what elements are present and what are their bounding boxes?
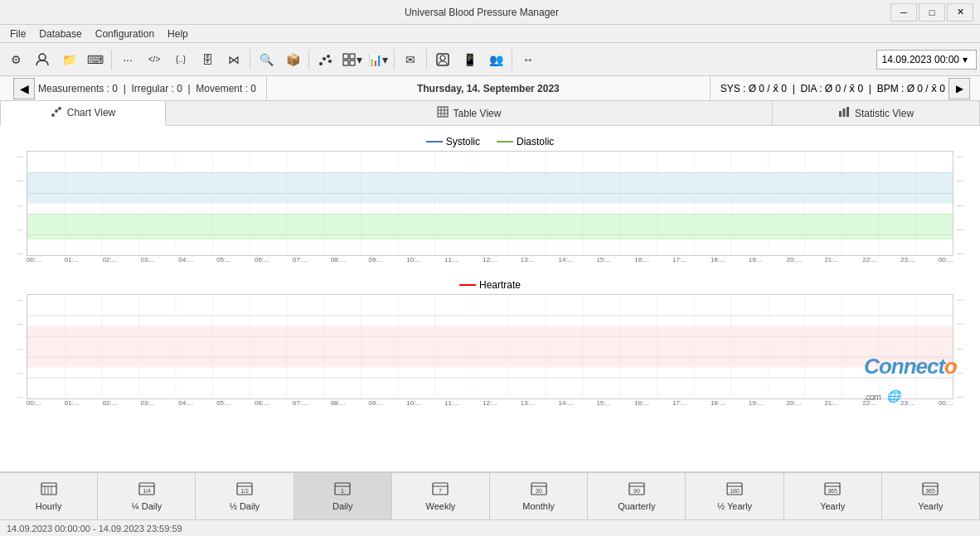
search-button[interactable]: 🔍: [254, 47, 279, 72]
yearly-1-label: Yearly: [820, 501, 845, 511]
close-button[interactable]: ✕: [947, 3, 973, 22]
tab-statistic[interactable]: Statistic View: [773, 101, 980, 125]
svg-point-4: [328, 60, 332, 63]
window-controls: ─ □ ✕: [890, 3, 973, 22]
chart-tab-label: Chart View: [67, 107, 115, 118]
maximize-button[interactable]: □: [919, 3, 945, 22]
menu-database[interactable]: Database: [32, 27, 88, 41]
hr-chart-section: Heartrate ...............: [0, 271, 980, 414]
time-btn-monthly[interactable]: 30 Monthly: [490, 473, 588, 519]
prev-day-button[interactable]: ◀: [13, 78, 35, 99]
time-btn-half-yearly[interactable]: 180 ½ Yearly: [686, 473, 784, 519]
separator-1: [111, 50, 112, 70]
monthly-label: Monthly: [522, 501, 555, 511]
person-button[interactable]: [430, 47, 455, 72]
user-button[interactable]: [30, 47, 55, 72]
svg-rect-21: [847, 107, 849, 117]
daily-label: Daily: [332, 501, 352, 511]
svg-rect-6: [350, 54, 355, 59]
mail-button[interactable]: ✉: [398, 47, 423, 72]
package-button[interactable]: 📦: [280, 47, 305, 72]
export-button[interactable]: ▶: [948, 78, 970, 99]
svg-rect-33: [41, 483, 56, 495]
separator-6: [512, 50, 512, 70]
measurements-label: Measurements : 0 | Irregular : 0 | Movem…: [38, 83, 256, 94]
minimize-button[interactable]: ─: [890, 3, 917, 22]
table-tab-icon: [437, 106, 449, 120]
svg-point-3: [327, 55, 330, 58]
json-button[interactable]: {..}: [168, 47, 193, 72]
chart-tab-icon: [51, 106, 62, 120]
time-btn-half-daily[interactable]: 1/2 ½ Daily: [196, 473, 294, 519]
tab-chart[interactable]: Chart View: [0, 101, 166, 126]
menu-bar: File Database Configuration Help: [0, 25, 980, 43]
scatter-button[interactable]: [313, 47, 337, 72]
bp-y-labels-right: ...............: [955, 151, 973, 256]
svg-rect-7: [343, 60, 348, 65]
separator-4: [394, 50, 395, 70]
menu-configuration[interactable]: Configuration: [89, 27, 161, 41]
grid-dropdown-button[interactable]: ▾: [339, 47, 364, 72]
time-btn-yearly-2[interactable]: 365 Yearly: [882, 473, 980, 519]
mobile-button[interactable]: 📱: [457, 47, 482, 72]
yearly-2-label: Yearly: [918, 501, 943, 511]
keyboard-button[interactable]: ⌨: [83, 47, 108, 72]
quarter-daily-icon: 1/4: [138, 481, 155, 500]
table-tab-label: Table View: [454, 108, 502, 119]
separator-5: [426, 50, 427, 70]
status-text: 14.09.2023 00:00:00 - 14.09.2023 23:59:5…: [7, 524, 182, 534]
half-yearly-label: ½ Yearly: [717, 501, 752, 511]
monthly-icon: 30: [531, 481, 547, 500]
time-btn-quarter-daily[interactable]: 1/4 ¼ Daily: [98, 473, 196, 519]
svg-point-0: [39, 54, 46, 60]
half-daily-label: ½ Daily: [230, 501, 260, 511]
date-segment: Thursday, 14. September 2023: [266, 76, 711, 100]
database-button[interactable]: 🗄: [195, 47, 220, 72]
svg-text:7: 7: [439, 488, 442, 494]
bp-chart-section: Systolic Diastolic ...............: [0, 126, 980, 271]
time-btn-weekly[interactable]: 7 Weekly: [392, 473, 490, 519]
title-bar: Universal Blood Pressure Manager ─ □ ✕: [0, 0, 980, 25]
settings-button[interactable]: ⚙: [3, 47, 28, 72]
daily-icon: 1: [334, 481, 351, 500]
half-daily-icon: 1/2: [236, 481, 253, 500]
hr-legend: Heartrate: [0, 273, 980, 294]
chart-dropdown-button[interactable]: 📊▾: [366, 47, 391, 72]
bp-grid-svg: [27, 152, 953, 255]
tab-table[interactable]: Table View: [166, 101, 773, 125]
expand-button[interactable]: ↔: [516, 47, 541, 72]
menu-help[interactable]: Help: [161, 27, 195, 41]
quarterly-icon: 90: [628, 481, 645, 500]
dots-button[interactable]: ···: [115, 47, 140, 72]
weekly-icon: 7: [432, 481, 449, 500]
svg-point-12: [55, 109, 58, 113]
code-button[interactable]: </>: [142, 47, 167, 72]
systolic-label: Systolic: [446, 136, 480, 147]
bp-chart-container: ...............: [7, 151, 973, 271]
open-button[interactable]: 📁: [56, 47, 81, 72]
bp-chart-area: [27, 151, 953, 256]
svg-rect-32: [27, 326, 953, 368]
hr-chart-area: [27, 294, 953, 399]
svg-text:1: 1: [341, 487, 345, 495]
time-btn-hourly[interactable]: Hourly: [0, 473, 98, 519]
date-value: 14.09.2023 00:00: [882, 54, 959, 65]
stats-segment: SYS : Ø 0 / x̄ 0 | DIA : Ø 0 / x̄ 0 | BP…: [711, 76, 980, 100]
time-btn-quarterly[interactable]: 90 Quarterly: [588, 473, 686, 519]
merge-button[interactable]: ⋈: [221, 47, 246, 72]
time-btn-yearly-1[interactable]: 365 Yearly: [784, 473, 882, 519]
status-bar: 14.09.2023 00:00:00 - 14.09.2023 23:59:5…: [0, 519, 980, 536]
group-button[interactable]: 👥: [483, 47, 508, 72]
date-picker[interactable]: 14.09.2023 00:00 ▾: [876, 50, 977, 70]
bp-legend: Systolic Diastolic: [0, 129, 980, 151]
bp-y-labels: ...............: [7, 151, 25, 256]
diastolic-label: Diastolic: [517, 136, 554, 147]
svg-text:1/2: 1/2: [240, 488, 249, 494]
window-title: Universal Blood Pressure Manager: [73, 7, 890, 18]
menu-file[interactable]: File: [3, 27, 32, 41]
svg-rect-5: [343, 54, 348, 59]
yearly-2-icon: 365: [922, 481, 939, 500]
svg-rect-19: [839, 111, 842, 117]
time-btn-daily[interactable]: 1 Daily: [294, 473, 392, 519]
hr-y-labels: ...............: [7, 294, 25, 399]
